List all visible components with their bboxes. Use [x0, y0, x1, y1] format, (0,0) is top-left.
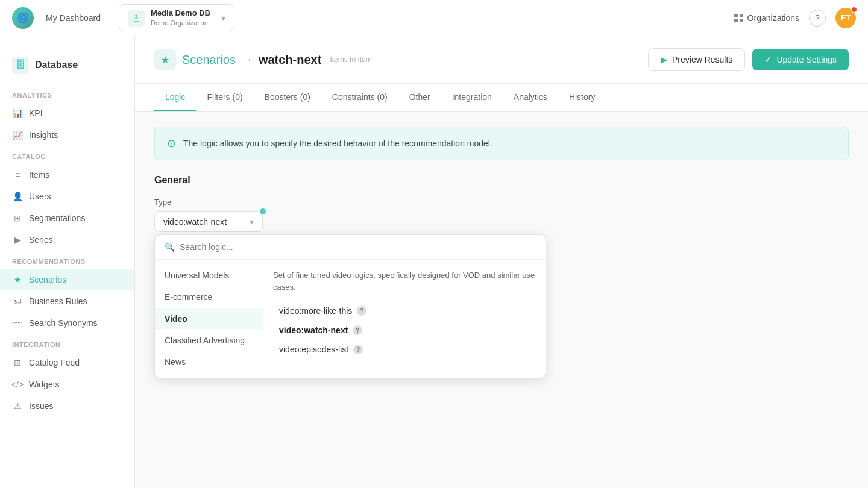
sidebar-header: 🗄 Database	[0, 48, 134, 84]
sidebar-item-kpi[interactable]: 📊 KPI	[0, 102, 134, 124]
star-icon: ★	[12, 274, 23, 285]
sidebar-item-catalog-feed[interactable]: ⊞ Catalog Feed	[0, 352, 134, 374]
avatar[interactable]: FT	[835, 8, 856, 28]
sidebar-item-insights[interactable]: 📈 Insights	[0, 124, 134, 146]
sidebar-item-search-synonyms[interactable]: 〰 Search Synonyms	[0, 312, 134, 334]
waves-icon: 〰	[12, 318, 23, 328]
breadcrumb-link[interactable]: Scenarios	[182, 53, 236, 67]
type-form-group: Type video:watch-next ▾ 🔍	[154, 198, 849, 232]
chart-bar-icon: 📊	[12, 108, 23, 119]
top-nav: 🌀 My Dashboard 🗄 Media Demo DB Demo Orga…	[0, 0, 868, 36]
option-watch-next[interactable]: video:watch-next ?	[273, 321, 536, 340]
play-icon: ▶	[661, 55, 667, 64]
page-header: ★ Scenarios → watch-next Items to Item ▶…	[135, 36, 868, 84]
video-category-desc: Set of fine tuned video logics, specific…	[273, 269, 536, 293]
breadcrumb-sub: Items to Item	[330, 55, 371, 64]
general-section-title: General	[154, 175, 849, 186]
category-ecommerce[interactable]: E-commerce	[155, 286, 263, 308]
category-universal-models[interactable]: Universal Models	[155, 264, 263, 286]
section-catalog: CATALOG	[0, 146, 134, 164]
tab-filters[interactable]: Filters (0)	[196, 84, 253, 111]
dropdown-body: Universal Models E-commerce Video Classi…	[155, 260, 546, 378]
tabs: Logic Filters (0) Boosters (0) Constrain…	[135, 84, 868, 112]
segmentation-icon: ⊞	[12, 213, 23, 224]
nav-right: Organizations ? FT	[734, 8, 856, 28]
breadcrumb: ★ Scenarios → watch-next Items to Item	[154, 49, 372, 70]
option-episodes-list[interactable]: video:episodes-list ?	[273, 340, 536, 359]
brand-label: My Dashboard	[46, 13, 101, 23]
tab-integration[interactable]: Integration	[441, 84, 503, 111]
sidebar-item-series[interactable]: ▶ Series	[0, 229, 134, 251]
category-news[interactable]: News	[155, 351, 263, 373]
type-label: Type	[154, 198, 849, 207]
section-analytics: ANALYTICS	[0, 84, 134, 102]
breadcrumb-current: watch-next	[259, 53, 321, 67]
sidebar-item-segmentations[interactable]: ⊞ Segmentations	[0, 207, 134, 229]
db-org: Demo Organization	[151, 19, 210, 27]
tab-boosters[interactable]: Boosters (0)	[254, 84, 321, 111]
tab-other[interactable]: Other	[398, 84, 441, 111]
sidebar-item-scenarios[interactable]: ★ Scenarios	[0, 269, 134, 290]
type-dropdown-container: video:watch-next ▾ 🔍 Universal Models	[154, 211, 263, 232]
info-icon: ⊙	[167, 137, 176, 150]
list-icon: ≡	[12, 169, 23, 180]
logo-icon: 🌀	[12, 7, 34, 29]
sidebar-item-widgets[interactable]: </> Widgets	[0, 374, 134, 395]
tab-analytics[interactable]: Analytics	[503, 84, 558, 111]
dropdown-indicator-dot	[260, 208, 266, 214]
play-icon: ▶	[12, 234, 23, 245]
main-content: ★ Scenarios → watch-next Items to Item ▶…	[135, 36, 868, 488]
help-button[interactable]: ?	[809, 10, 826, 27]
catalog-feed-icon: ⊞	[12, 357, 23, 368]
chart-line-icon: 📈	[12, 130, 23, 140]
db-info: Media Demo DB Demo Organization	[151, 8, 210, 27]
sidebar: 🗄 Database ANALYTICS 📊 KPI 📈 Insights CA…	[0, 36, 135, 488]
dropdown-categories: Universal Models E-commerce Video Classi…	[155, 260, 263, 378]
chevron-down-icon: ▾	[221, 13, 225, 23]
sidebar-item-items[interactable]: ≡ Items	[0, 164, 134, 186]
header-actions: ▶ Preview Results ✓ Update Settings	[648, 48, 849, 71]
database-icon: 🗄	[12, 57, 29, 74]
search-input[interactable]	[180, 242, 536, 252]
option-more-like-this[interactable]: video:more-like-this ?	[273, 301, 536, 321]
check-icon: ✓	[764, 55, 772, 64]
grid-icon	[734, 14, 744, 22]
preview-results-button[interactable]: ▶ Preview Results	[648, 48, 745, 71]
tab-history[interactable]: History	[558, 84, 606, 111]
db-selector[interactable]: 🗄 Media Demo DB Demo Organization ▾	[119, 4, 234, 31]
help-icon-episodes-list[interactable]: ?	[353, 345, 363, 354]
search-icon: 🔍	[165, 242, 175, 252]
breadcrumb-separator: →	[242, 54, 253, 66]
alert-icon: ⚠	[12, 401, 23, 411]
category-video[interactable]: Video	[155, 308, 263, 330]
tag-icon: 🏷	[12, 296, 23, 307]
update-settings-button[interactable]: ✓ Update Settings	[752, 49, 849, 70]
scenario-icon: ★	[154, 49, 176, 70]
code-icon: </>	[12, 379, 23, 390]
logic-content: ⊙ The logic allows you to specify the de…	[135, 112, 868, 258]
dropdown-options: Set of fine tuned video logics, specific…	[263, 260, 546, 378]
help-icon-watch-next[interactable]: ?	[353, 325, 362, 335]
category-classified-advertising[interactable]: Classified Advertising	[155, 330, 263, 351]
chevron-down-icon: ▾	[250, 217, 254, 227]
db-name: Media Demo DB	[151, 8, 210, 19]
info-banner-text: The logic allows you to specify the desi…	[183, 139, 492, 148]
sidebar-item-issues[interactable]: ⚠ Issues	[0, 395, 134, 417]
sidebar-item-business-rules[interactable]: 🏷 Business Rules	[0, 290, 134, 312]
info-banner: ⊙ The logic allows you to specify the de…	[154, 127, 849, 160]
layout: 🗄 Database ANALYTICS 📊 KPI 📈 Insights CA…	[0, 36, 868, 488]
tab-logic[interactable]: Logic	[154, 84, 196, 111]
section-integration: INTEGRATION	[0, 334, 134, 352]
help-icon-more-like-this[interactable]: ?	[357, 306, 366, 316]
db-icon: 🗄	[128, 10, 145, 27]
organizations-button[interactable]: Organizations	[734, 13, 799, 23]
type-dropdown-button[interactable]: video:watch-next ▾	[154, 211, 263, 232]
sidebar-item-users[interactable]: 👤 Users	[0, 186, 134, 207]
tab-constraints[interactable]: Constraints (0)	[321, 84, 398, 111]
notification-badge	[851, 7, 857, 13]
dropdown-search: 🔍	[155, 235, 546, 260]
section-recommendations: RECOMMENDATIONS	[0, 251, 134, 269]
sidebar-title: Database	[35, 60, 78, 70]
user-icon: 👤	[12, 191, 23, 202]
type-dropdown-menu: 🔍 Universal Models E-commerce Video Clas…	[154, 234, 546, 378]
